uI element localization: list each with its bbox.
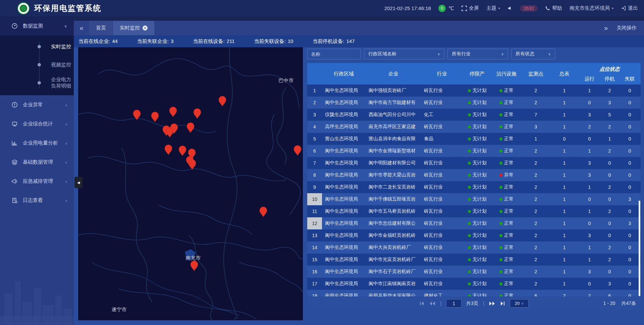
status-dot-green bbox=[468, 101, 471, 104]
volume-button[interactable] bbox=[507, 6, 513, 11]
status-dot-green bbox=[499, 150, 502, 153]
status-filter-select[interactable]: 所有状态∨ bbox=[511, 49, 555, 59]
map-boundary-lines bbox=[78, 59, 303, 319]
status-dot-green bbox=[499, 198, 502, 201]
industry-filter-select[interactable]: 所有行业∨ bbox=[447, 49, 508, 59]
sidebar-item-1[interactable]: 企业异常‹ bbox=[0, 95, 74, 114]
stat-item-1: 当前失联企业:3 bbox=[137, 38, 174, 45]
datetime: 2021-02-25 17:46:18 bbox=[384, 5, 431, 11]
map-pin[interactable] bbox=[194, 109, 201, 119]
map-pin[interactable] bbox=[169, 107, 177, 117]
table-scrollbar-thumb[interactable] bbox=[639, 201, 640, 296]
sidebar-subitem-0[interactable]: 实时监控 bbox=[0, 38, 74, 56]
fullscreen-icon bbox=[462, 6, 467, 11]
table-row[interactable]: 3仪陇生态环境局西南油气田分公司川中化工无计划正常71350 bbox=[307, 109, 641, 121]
sidebar-item-label: 企业用电量分析 bbox=[23, 140, 65, 146]
status-dot-green bbox=[499, 101, 502, 104]
table-row[interactable]: 8阆中生态环境局阆中市枣碧大梁山页岩砖瓦行业无计划异常21300 bbox=[307, 169, 641, 181]
table-row[interactable]: 13阆中生态环境局阆中市金福旺页岩机砖砖瓦行业无计划正常21300 bbox=[307, 229, 641, 241]
map-pin[interactable] bbox=[294, 146, 301, 156]
first-page-button[interactable] bbox=[419, 301, 425, 306]
sidebar-item-label: 数据监测 bbox=[23, 23, 64, 29]
tab-0[interactable]: 首页 bbox=[89, 21, 113, 35]
chevron-down-icon: ∨ bbox=[521, 302, 524, 305]
tab-1[interactable]: 实时监控✕ bbox=[113, 21, 155, 35]
table-row[interactable]: 12阆中生态环境局阆中市忠信建材有限公砖瓦行业无计划正常21003 bbox=[307, 217, 641, 229]
content: « 首页实时监控✕ » 关闭操作 当前在线企业:44当前失联企业:3当前在线设备… bbox=[74, 16, 644, 325]
table-row[interactable]: 7阆中生态环境局阆中明阳建材有限公司砖瓦行业无计划正常21300 bbox=[307, 157, 641, 169]
table-row[interactable]: 9阆中生态环境局阆中市二龙长宝页岩砖砖瓦行业无计划正常21120 bbox=[307, 181, 641, 193]
table-row[interactable]: 6阆中生态环境局阆中市金博瑞新型墙材砖瓦行业无计划正常21120 bbox=[307, 145, 641, 157]
sidebar-item-2[interactable]: 企业综合统计‹ bbox=[0, 114, 74, 133]
map-pin[interactable] bbox=[189, 160, 196, 170]
table-row[interactable]: 14阆中生态环境局阆中大兴页岩机砖厂砖瓦行业无计划正常21120 bbox=[307, 241, 641, 254]
status-dot-green bbox=[468, 186, 471, 189]
map-city-label: 南充市 bbox=[186, 255, 201, 261]
status-dot-green bbox=[499, 89, 502, 92]
sidebar-item-label: 日志查看 bbox=[23, 197, 65, 204]
sidebar-item-label: 应急减排管理 bbox=[23, 178, 65, 184]
logout-button[interactable]: 退出 bbox=[621, 5, 638, 11]
map-pin[interactable] bbox=[260, 207, 267, 217]
status-dot-green bbox=[468, 113, 471, 116]
tab-close-icon[interactable]: ✕ bbox=[143, 25, 148, 31]
page-size-select[interactable]: 20∨ bbox=[510, 299, 529, 308]
sidebar-item-label: 企业异常 bbox=[23, 102, 65, 108]
table-row[interactable]: 11阆中生态环境局阆中市五马桥页岩机砖砖瓦行业无计划正常21120 bbox=[307, 205, 641, 217]
table-row[interactable]: 1阆中生态环境局阆中强锐页岩砖厂砖瓦行业无计划正常21120 bbox=[307, 85, 641, 97]
fullscreen-button[interactable]: 全屏 bbox=[462, 5, 479, 11]
chevron-down-icon: ∨ bbox=[501, 52, 504, 56]
map-pin[interactable] bbox=[151, 112, 159, 122]
theme-menu[interactable]: 主题▾ bbox=[486, 5, 500, 11]
chevron-down-icon: ∨ bbox=[548, 52, 551, 56]
sidebar-subitem-1[interactable]: 视频监控 bbox=[0, 56, 74, 74]
statsbar: 当前在线企业:44当前失联企业:3当前在线设备:211当前失联设备:10当前停机… bbox=[74, 35, 644, 47]
table-row[interactable]: 2阆中生态环境局阆中市南方节能建材有砖瓦行业无计划正常21030 bbox=[307, 97, 641, 109]
region-filter-select[interactable]: 行政区域名称∨ bbox=[364, 49, 444, 59]
alert-icon bbox=[11, 102, 18, 108]
sidebar-item-0[interactable]: 数据监测∨ bbox=[0, 16, 74, 36]
tab-scroll-left-icon[interactable]: « bbox=[74, 21, 89, 35]
sidebar-subitem-2[interactable]: 企业电力负荷明细 bbox=[0, 74, 74, 92]
temperature: 0 ℃ bbox=[438, 5, 454, 12]
map[interactable]: 巴中市南充市遂宁市 bbox=[78, 47, 303, 320]
chevron-left-icon: ‹ bbox=[65, 178, 67, 184]
page-number-input[interactable] bbox=[446, 299, 462, 308]
last-page-button[interactable] bbox=[500, 301, 505, 306]
notification-badge[interactable]: 2632 bbox=[520, 5, 538, 12]
map-pin[interactable] bbox=[219, 96, 226, 107]
sidebar-item-6[interactable]: 日志查看‹ bbox=[0, 191, 74, 210]
log-icon bbox=[11, 197, 18, 204]
status-dot-green bbox=[468, 89, 471, 92]
chevron-left-icon: ‹ bbox=[65, 140, 67, 146]
name-filter-input[interactable] bbox=[307, 49, 361, 59]
table-row[interactable]: 17阆中生态环境局阆中市江南镇阆南页岩砖瓦行业无计划正常21030 bbox=[307, 278, 641, 290]
sidebar-item-5[interactable]: 应急减排管理‹ bbox=[0, 172, 74, 191]
prev-page-button[interactable] bbox=[429, 301, 435, 306]
sidebar-item-4[interactable]: 基础数据管理‹ bbox=[0, 153, 74, 172]
org-menu[interactable]: 南充市生态环境局▾ bbox=[570, 5, 613, 11]
table-row[interactable]: 5营山生态环境局营山县润丰肉食品有限食品无计划正常10010 bbox=[307, 133, 641, 145]
table-row[interactable]: 10阆中生态环境局阆中千佛镇五郎垭页岩砖瓦行业无计划正常21003 bbox=[307, 193, 641, 205]
status-dot-green bbox=[499, 258, 502, 261]
map-pin[interactable] bbox=[191, 261, 198, 271]
map-pin[interactable] bbox=[165, 145, 172, 155]
tab-label: 首页 bbox=[96, 25, 106, 31]
next-page-button[interactable] bbox=[489, 301, 495, 306]
map-pin[interactable] bbox=[179, 146, 186, 156]
sidebar-collapse-handle[interactable]: ◀ bbox=[74, 177, 83, 188]
map-pin[interactable] bbox=[187, 123, 194, 133]
megaphone-icon bbox=[11, 178, 18, 184]
close-operations-button[interactable]: 关闭操作 bbox=[616, 25, 637, 31]
status-dot-green bbox=[468, 210, 471, 213]
table-row[interactable]: 15阆中生态环境局阆中市光富页岩机砖厂砖瓦行业无计划正常21120 bbox=[307, 254, 641, 266]
table-row[interactable]: 16阆中生态环境局阆中市石子页岩机砖厂砖瓦行业无计划正常21300 bbox=[307, 266, 641, 278]
stat-item-4: 当前停机设备:147 bbox=[313, 38, 355, 45]
table-row[interactable]: 4高坪生态环境局南充市高坪区王家店建砖瓦行业无计划正常31220 bbox=[307, 121, 641, 133]
status-dot-green bbox=[499, 270, 502, 273]
tab-scroll-right-icon[interactable]: » bbox=[604, 24, 608, 32]
sidebar-item-3[interactable]: 企业用电量分析‹ bbox=[0, 133, 74, 153]
sidebar-item-label: 企业综合统计 bbox=[23, 121, 65, 127]
help-button[interactable]: 帮助 bbox=[545, 5, 562, 11]
chevron-left-icon: ‹ bbox=[65, 121, 67, 127]
